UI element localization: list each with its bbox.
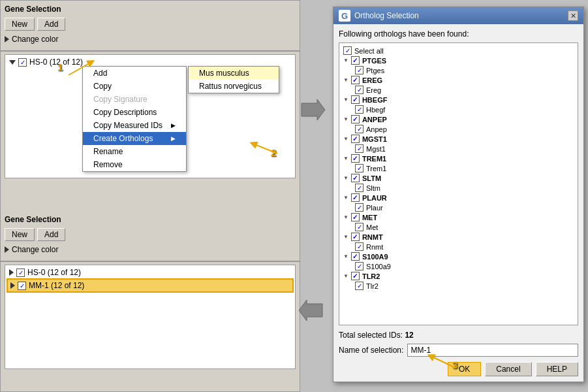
ortholog-ereg-child[interactable]: Ereg [342,85,575,95]
bottom-new-button[interactable]: New [5,228,35,241]
bottom-change-color-label: Change color [12,245,58,254]
ortholog-hbegf-child[interactable]: Hbegf [342,105,575,114]
trem1-checkbox[interactable] [351,154,360,163]
ctx-copy[interactable]: Copy [83,80,186,93]
trem1-child-checkbox[interactable] [355,164,364,172]
ortholog-select-all[interactable]: Select all [342,46,575,56]
rnmt-checkbox[interactable] [351,233,360,241]
anpep-child-checkbox[interactable] [355,125,364,133]
mgst1-child-checkbox[interactable] [355,144,364,153]
arrow-left-icon [299,297,325,323]
top-change-color[interactable]: Change color [5,35,296,44]
ortholog-trem1[interactable]: ▼ TREM1 [342,154,575,163]
dialog-subtitle: Following orthologs have been found: [339,29,578,39]
ortholog-s100a9-child[interactable]: S100a9 [342,261,575,271]
ereg-checkbox[interactable] [351,76,360,84]
met-child-checkbox[interactable] [355,223,364,231]
sltm-child-label: Sltm [366,184,380,192]
ortholog-tlr2-child[interactable]: Tlr2 [342,281,575,291]
name-label: Name of selection: [339,346,403,355]
plaur-child-checkbox[interactable] [355,203,364,212]
bottom-gene-section-title: Gene Selection [5,215,296,224]
ortholog-list[interactable]: Select all ▼ PTGES Ptges ▼ EREG Ereg [339,42,578,325]
bottom-mm1-checkbox[interactable] [18,282,26,290]
top-add-button[interactable]: Add [37,18,65,31]
hbegf-child-checkbox[interactable] [355,105,364,114]
anpep-checkbox[interactable] [351,115,360,123]
sltm-child-checkbox[interactable] [355,184,364,192]
ortholog-met-child[interactable]: Met [342,222,575,232]
plaur-label: PLAUR [362,194,387,202]
arrow-right-icon [299,97,325,123]
ereg-child-checkbox[interactable] [355,86,364,94]
bottom-hs0-label: HS-0 (12 of 12) [27,268,81,277]
rnmt-child-checkbox[interactable] [355,242,364,251]
ereg-child-label: Ereg [366,86,381,94]
ctx-rename[interactable]: Rename [83,145,186,158]
mgst1-label: MGST1 [362,135,387,143]
ctx-copy-signature: Copy Signature [83,93,186,106]
met-child-label: Met [366,223,378,231]
mgst1-checkbox[interactable] [351,135,360,143]
bottom-hs0-checkbox[interactable] [16,269,25,277]
bottom-gene-item-mm1[interactable]: MM-1 (12 of 12) [7,278,294,293]
ortholog-tlr2[interactable]: ▼ TLR2 [342,271,575,281]
ortholog-ptges-child[interactable]: Ptges [342,65,575,75]
help-button[interactable]: HELP [536,362,578,376]
submenu-mus-musculus[interactable]: Mus musculus [189,67,279,80]
ortholog-mgst1-child[interactable]: Mgst1 [342,144,575,154]
hbegf-label: HBEGF [362,96,388,104]
met-checkbox[interactable] [351,213,360,221]
rnmt-label: RNMT [362,233,383,241]
bottom-change-color[interactable]: Change color [5,245,296,254]
dialog-close-button[interactable]: ✕ [568,10,578,21]
ortholog-anpep[interactable]: ▼ ANPEP [342,114,575,124]
change-color-arrow-icon [5,36,9,42]
plaur-checkbox[interactable] [351,193,360,202]
context-menu: Add Copy Copy Signature Copy Description… [82,66,187,172]
ortholog-sltm-child[interactable]: Sltm [342,183,575,193]
annotation-3-arrow [424,350,460,372]
ctx-copy-descriptions[interactable]: Copy Descriptions [83,106,186,119]
ortholog-ptges[interactable]: ▼ PTGES [342,56,575,65]
ptges-checkbox[interactable] [351,56,360,65]
hbegf-checkbox[interactable] [351,95,360,104]
ortholog-mgst1[interactable]: ▼ MGST1 [342,134,575,144]
ortholog-hbegf[interactable]: ▼ HBEGF [342,95,575,105]
ortholog-rnmt[interactable]: ▼ RNMT [342,232,575,242]
svg-marker-0 [302,99,325,120]
ortholog-met[interactable]: ▼ MET [342,212,575,222]
ortholog-s100a9[interactable]: ▼ S100A9 [342,252,575,261]
ortholog-rnmt-child[interactable]: Rnmt [342,242,575,252]
tlr2-child-checkbox[interactable] [355,282,364,290]
ortholog-plaur[interactable]: ▼ PLAUR [342,193,575,203]
tlr2-checkbox[interactable] [351,272,360,280]
top-new-button[interactable]: New [5,18,35,31]
ortholog-trem1-child[interactable]: Trem1 [342,163,575,173]
cancel-button[interactable]: Cancel [485,362,531,376]
ortholog-anpep-child[interactable]: Anpep [342,124,575,134]
ortholog-sltm[interactable]: ▼ SLTM [342,173,575,183]
submenu-rattus-norvegicus[interactable]: Rattus norvegicus [189,80,279,93]
s100a9-child-checkbox[interactable] [355,262,364,270]
select-all-checkbox[interactable] [343,46,352,55]
svg-marker-1 [299,300,322,321]
ptges-child-checkbox[interactable] [355,66,364,74]
tlr2-label: TLR2 [362,272,380,280]
ortholog-ereg[interactable]: ▼ EREG [342,75,575,85]
met-label: MET [362,214,377,221]
dialog-titlebar: G Ortholog Selection ✕ [333,7,583,24]
sltm-checkbox[interactable] [351,174,360,182]
svg-line-3 [69,62,91,75]
bottom-add-button[interactable]: Add [37,228,65,241]
bottom-gene-item-hs0[interactable]: HS-0 (12 of 12) [7,267,294,278]
ortholog-plaur-child[interactable]: Plaur [342,203,575,212]
bottom-change-color-arrow-icon [5,246,9,253]
mgst1-child-label: Mgst1 [366,145,386,153]
ctx-copy-measured-ids[interactable]: Copy Measured IDs [83,119,186,132]
ereg-label: EREG [362,76,382,84]
ctx-remove[interactable]: Remove [83,158,186,171]
hs0-checkbox[interactable] [18,58,27,67]
s100a9-checkbox[interactable] [351,252,360,261]
ctx-create-orthologs[interactable]: Create Orthologs [83,132,186,145]
